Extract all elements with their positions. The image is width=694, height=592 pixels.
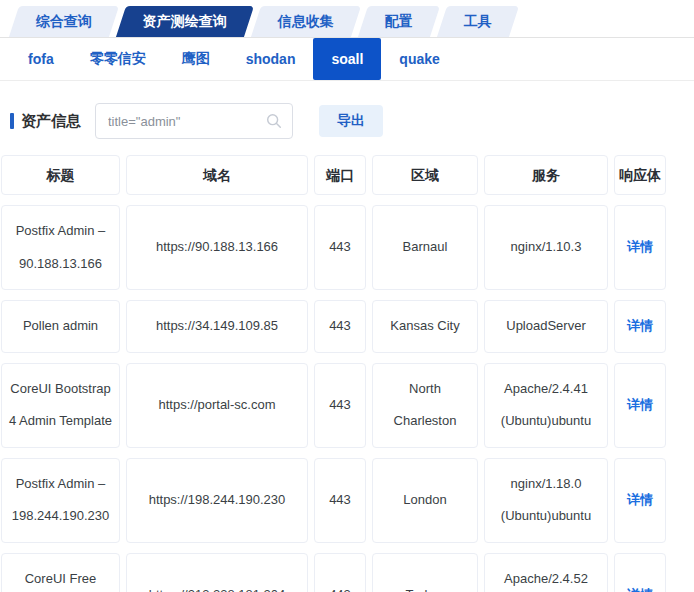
subtab-quake[interactable]: quake xyxy=(381,38,457,80)
asset-mapping-page: 综合查询 资产测绘查询 信息收集 配置 工具 fofa 零零信安 鹰图 shod… xyxy=(0,0,694,592)
cell-port: 443 xyxy=(314,363,366,448)
detail-link[interactable]: 详情 xyxy=(627,310,653,343)
asset-table: 标题 域名 端口 区域 服务 响应体 Postfix Admin – 90.18… xyxy=(1,155,666,592)
tab-label: 工具 xyxy=(464,13,492,31)
subtab-fofa[interactable]: fofa xyxy=(10,38,72,80)
cell-region: Kansas City xyxy=(372,300,478,353)
cell-port: 443 xyxy=(314,458,366,543)
engine-tabs: fofa 零零信安 鹰图 shodan soall quake xyxy=(0,38,694,81)
cell-response: 详情 xyxy=(614,363,666,448)
tab-asset-mapping-query[interactable]: 资产测绘查询 xyxy=(116,6,254,37)
cell-region: London xyxy=(372,458,478,543)
col-header-port: 端口 xyxy=(314,155,366,195)
tab-tools[interactable]: 工具 xyxy=(437,6,519,37)
subtab-yingtu[interactable]: 鹰图 xyxy=(164,38,228,80)
cell-region: Turkey xyxy=(372,553,478,592)
tab-label: 综合查询 xyxy=(36,13,92,31)
cell-domain: https://34.149.109.85 xyxy=(126,300,308,353)
export-button[interactable]: 导出 xyxy=(319,105,383,137)
cell-domain: https://213.238.181.204 xyxy=(126,553,308,592)
tab-label: 资产测绘查询 xyxy=(143,13,227,31)
cell-domain: https://portal-sc.com xyxy=(126,363,308,448)
cell-service: UploadServer xyxy=(484,300,608,353)
tab-comprehensive-query[interactable]: 综合查询 xyxy=(9,6,119,37)
cell-title: Postfix Admin – 90.188.13.166 xyxy=(1,205,120,290)
search-box xyxy=(95,103,293,139)
col-header-service: 服务 xyxy=(484,155,608,195)
top-nav: 综合查询 资产测绘查询 信息收集 配置 工具 xyxy=(0,0,694,38)
cell-domain: https://90.188.13.166 xyxy=(126,205,308,290)
cell-port: 443 xyxy=(314,205,366,290)
asset-info-toolbar: 资产信息 导出 xyxy=(0,81,694,155)
col-header-title: 标题 xyxy=(1,155,120,195)
cell-title: CoreUI Free React.js Admin xyxy=(1,553,120,592)
cell-region: Barnaul xyxy=(372,205,478,290)
cell-port: 443 xyxy=(314,300,366,353)
cell-domain: https://198.244.190.230 xyxy=(126,458,308,543)
subtab-soall[interactable]: soall xyxy=(313,38,381,80)
section-title-text: 资产信息 xyxy=(21,112,81,131)
cell-response: 详情 xyxy=(614,300,666,353)
tab-configuration[interactable]: 配置 xyxy=(358,6,440,37)
cell-response: 详情 xyxy=(614,458,666,543)
detail-link[interactable]: 详情 xyxy=(627,389,653,422)
subtab-00sec[interactable]: 零零信安 xyxy=(72,38,164,80)
cell-response: 详情 xyxy=(614,205,666,290)
cell-service: nginx/1.18.0 (Ubuntu)ubuntu xyxy=(484,458,608,543)
cell-service: Apache/2.4.52 (Win64) xyxy=(484,553,608,592)
col-header-response: 响应体 xyxy=(614,155,666,195)
search-icon[interactable] xyxy=(265,112,283,130)
col-header-domain: 域名 xyxy=(126,155,308,195)
title-accent-bar xyxy=(10,113,14,129)
detail-link[interactable]: 详情 xyxy=(627,484,653,517)
cell-response: 详情 xyxy=(614,553,666,592)
cell-title: Postfix Admin – 198.244.190.230 xyxy=(1,458,120,543)
detail-link[interactable]: 详情 xyxy=(627,231,653,264)
cell-service: nginx/1.10.3 xyxy=(484,205,608,290)
subtab-shodan[interactable]: shodan xyxy=(228,38,314,80)
cell-region: North Charleston xyxy=(372,363,478,448)
cell-title: CoreUI Bootstrap 4 Admin Template xyxy=(1,363,120,448)
cell-port: 443 xyxy=(314,553,366,592)
tab-info-collection[interactable]: 信息收集 xyxy=(251,6,361,37)
cell-title: Pollen admin xyxy=(1,300,120,353)
search-input[interactable] xyxy=(95,103,293,139)
tab-label: 信息收集 xyxy=(278,13,334,31)
section-title: 资产信息 xyxy=(10,112,81,131)
tab-label: 配置 xyxy=(385,13,413,31)
col-header-region: 区域 xyxy=(372,155,478,195)
detail-link[interactable]: 详情 xyxy=(627,579,653,592)
cell-service: Apache/2.4.41 (Ubuntu)ubuntu xyxy=(484,363,608,448)
